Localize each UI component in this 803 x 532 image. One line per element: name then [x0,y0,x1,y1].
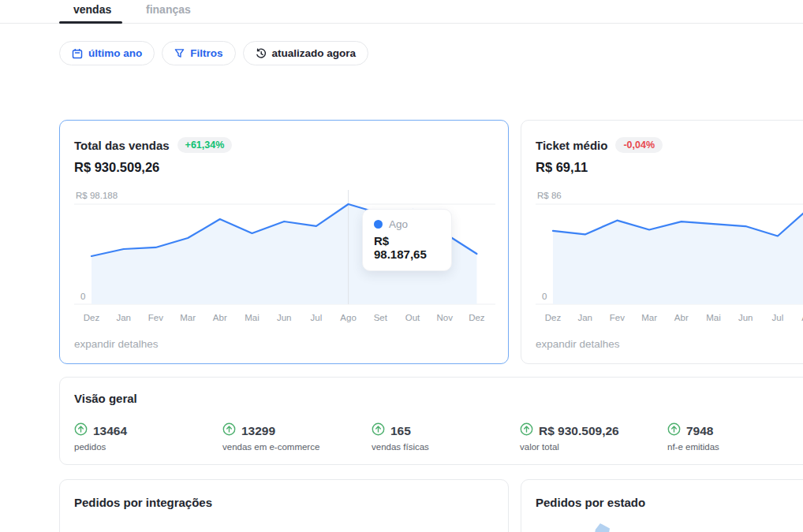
period-button-label: último ano [88,47,142,59]
brazil-map-fragment [592,523,610,532]
svg-text:Dez: Dez [469,313,485,322]
metric-value: 165 [390,424,411,438]
up-arrow-circle-icon [520,422,533,439]
avg-ticket-title: Ticket médio [536,139,607,152]
orders-by-state-card: Pedidos por estado [521,479,803,532]
updated-button[interactable]: atualizado agora [243,41,369,65]
total-sales-value: R$ 930.509,26 [74,160,159,175]
avg-ticket-chart: R$ 860DezJanFevMarAbrMaiJunJulAgo [531,188,803,326]
tooltip-series-dot-icon [374,220,383,229]
filters-button-label: Filtros [190,47,222,59]
avg-ticket-trend-badge: -0,04% [615,137,663,153]
total-sales-title: Total das vendas [74,139,170,152]
metric-value: 13299 [241,424,275,438]
svg-text:Out: Out [405,313,420,322]
total-sales-card[interactable]: Total das vendas +61,34% R$ 930.509,26 R… [59,120,509,364]
up-arrow-circle-icon [667,422,681,439]
total-sales-expand-link[interactable]: expandir detalhes [74,338,159,350]
history-icon [256,48,267,59]
svg-text:Nov: Nov [436,313,453,322]
svg-text:0: 0 [542,292,547,301]
svg-text:0: 0 [80,292,85,301]
svg-text:Mar: Mar [180,313,196,322]
avg-ticket-value: R$ 69,11 [536,160,588,175]
total-sales-trend-badge: +61,34% [177,137,233,153]
svg-text:Ago: Ago [340,313,356,322]
tooltip-month-label: Ago [389,218,408,230]
dashboard-page: vendas finanças último ano Filtros [0,0,803,532]
svg-text:Jan: Jan [116,313,131,322]
tab-vendas[interactable]: vendas [73,3,111,16]
overview-title: Visão geral [74,392,137,405]
svg-text:Abr: Abr [674,313,689,322]
svg-text:Fev: Fev [610,313,625,322]
svg-text:Dez: Dez [84,313,100,322]
updated-button-label: atualizado agora [272,47,357,59]
svg-text:R$ 86: R$ 86 [537,191,562,200]
metric-value: 7948 [686,424,713,438]
svg-text:R$ 98.188: R$ 98.188 [76,191,118,200]
orders-by-integrations-card: Pedidos por integrações [59,479,509,532]
metric-label: valor total [520,442,619,452]
svg-text:Jun: Jun [277,313,292,322]
svg-text:Abr: Abr [213,313,227,322]
filters-button[interactable]: Filtros [162,41,235,65]
svg-text:Mai: Mai [706,313,721,322]
svg-text:Jun: Jun [738,313,753,322]
orders-by-integrations-title: Pedidos por integrações [74,496,212,509]
period-button[interactable]: último ano [59,41,155,65]
metric-valor-total: R$ 930.509,26 valor total [520,422,619,452]
svg-text:Jul: Jul [772,313,784,322]
calendar-icon [72,48,83,59]
metric-pedidos: 13464 pedidos [74,422,127,452]
active-tab-underline [59,21,122,24]
up-arrow-circle-icon [74,422,88,439]
metric-vendas-ecommerce: 13299 vendas em e-commerce [222,422,319,452]
metric-value: 13464 [93,424,127,438]
svg-text:Jul: Jul [311,313,323,322]
metric-label: nf-e emitidas [667,442,719,452]
metric-label: pedidos [74,442,127,452]
filter-toolbar: último ano Filtros atualizado agora [59,41,368,65]
avg-ticket-card[interactable]: Ticket médio -0,04% R$ 69,11 R$ 860DezJa… [521,120,803,364]
svg-text:Fev: Fev [148,313,163,322]
metric-label: vendas físicas [372,442,429,452]
metric-label: vendas em e-commerce [222,442,319,452]
svg-text:Jan: Jan [577,313,592,322]
up-arrow-circle-icon [222,422,236,439]
svg-text:Dez: Dez [545,313,562,322]
avg-ticket-expand-link[interactable]: expandir detalhes [536,338,620,350]
orders-by-state-title: Pedidos por estado [536,496,645,509]
chart-tooltip: Ago R$ 98.187,65 [362,209,452,271]
overview-card: Visão geral 13464 pedidos 13299 [59,377,803,465]
up-arrow-circle-icon [372,422,385,439]
tooltip-value: R$ 98.187,65 [374,234,440,261]
svg-text:Set: Set [374,313,388,322]
metric-value: R$ 930.509,26 [539,424,619,438]
svg-text:Mar: Mar [641,313,657,322]
tab-financas[interactable]: finanças [146,3,191,16]
metric-vendas-fisicas: 165 vendas físicas [372,422,429,452]
metric-nfe-emitidas: 7948 nf-e emitidas [667,422,719,452]
filter-icon [174,48,185,58]
svg-text:Mai: Mai [245,313,260,322]
